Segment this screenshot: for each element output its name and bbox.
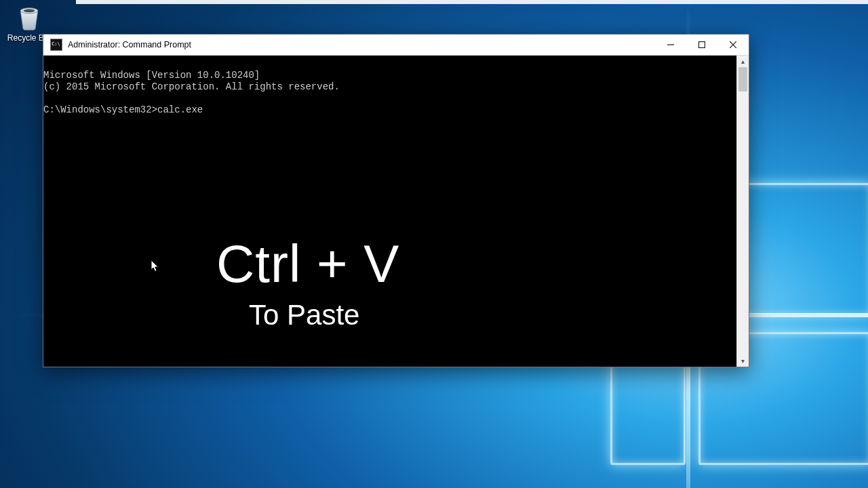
overlay-caption-text: To Paste bbox=[249, 309, 399, 321]
window-controls bbox=[655, 35, 749, 55]
instruction-overlay: Ctrl + V To Paste bbox=[216, 235, 399, 344]
terminal-command: calc.exe bbox=[157, 104, 203, 115]
svg-point-1 bbox=[23, 9, 35, 12]
command-prompt-window[interactable]: Administrator: Command Prompt Microsoft … bbox=[43, 34, 749, 367]
scrollbar-thumb[interactable] bbox=[738, 67, 747, 92]
scrollbar-track[interactable] bbox=[737, 67, 749, 355]
terminal-prompt: C:\Windows\system32> bbox=[43, 104, 157, 115]
scroll-up-button[interactable]: ▴ bbox=[737, 56, 749, 67]
terminal-line: Microsoft Windows [Version 10.0.10240] bbox=[43, 70, 260, 81]
maximize-button[interactable] bbox=[686, 35, 717, 55]
desktop-wallpaper: Recycle Bin Administrator: Command Promp… bbox=[0, 0, 868, 488]
titlebar[interactable]: Administrator: Command Prompt bbox=[43, 35, 749, 56]
scroll-down-button[interactable]: ▾ bbox=[737, 355, 749, 367]
window-title: Administrator: Command Prompt bbox=[68, 40, 191, 49]
recycle-bin-icon bbox=[14, 2, 44, 32]
window-client-area: Microsoft Windows [Version 10.0.10240] (… bbox=[43, 56, 749, 367]
window-edge-above bbox=[76, 0, 868, 4]
terminal[interactable]: Microsoft Windows [Version 10.0.10240] (… bbox=[43, 56, 736, 367]
cmd-icon bbox=[50, 39, 62, 51]
mouse-cursor-icon bbox=[151, 260, 160, 273]
close-button[interactable] bbox=[717, 35, 749, 55]
terminal-prompt-line: C:\Windows\system32>calc.exe bbox=[43, 104, 203, 115]
terminal-line: (c) 2015 Microsoft Corporation. All righ… bbox=[43, 81, 340, 92]
vertical-scrollbar[interactable]: ▴ ▾ bbox=[736, 56, 749, 367]
minimize-button[interactable] bbox=[655, 35, 686, 55]
overlay-shortcut-text: Ctrl + V bbox=[216, 258, 399, 270]
svg-rect-2 bbox=[699, 42, 705, 48]
